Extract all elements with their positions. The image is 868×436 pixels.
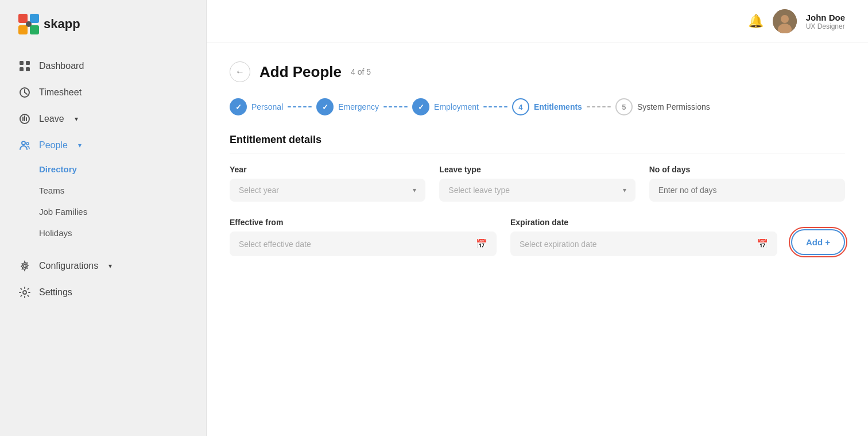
leave-icon <box>18 113 31 125</box>
svg-rect-1 <box>30 14 39 23</box>
add-button[interactable]: Add + <box>791 229 845 255</box>
sub-nav-holidays[interactable]: Holidays <box>0 222 206 244</box>
config-chevron-icon: ▾ <box>108 262 112 270</box>
leave-type-chevron-icon: ▾ <box>623 186 626 194</box>
form-group-year: Year Select year ▾ <box>230 165 425 202</box>
main-content: 🔔 John Doe UX Designer ← Add People 4 of… <box>207 0 868 436</box>
svg-rect-0 <box>18 14 28 23</box>
page-title: Add People <box>259 63 342 81</box>
expiration-date-label: Expiration date <box>510 218 777 227</box>
year-chevron-icon: ▾ <box>413 186 416 194</box>
step-emergency: ✓ Emergency <box>316 98 379 115</box>
nav-people-label: People <box>39 140 68 151</box>
expiration-date-calendar-icon: 📅 <box>757 238 768 249</box>
add-button-container: Add + <box>791 229 845 256</box>
nav-item-configurations[interactable]: Configurations ▾ <box>0 253 206 279</box>
svg-rect-7 <box>20 67 24 71</box>
svg-rect-8 <box>26 67 30 71</box>
section-title: Entitlement details <box>230 134 845 153</box>
people-sub-nav: Directory Teams Job Families Holidays <box>0 159 206 244</box>
leave-type-label: Leave type <box>439 165 635 174</box>
step-label-emergency: Emergency <box>338 102 379 111</box>
step-label-personal: Personal <box>251 102 283 111</box>
svg-point-18 <box>24 265 26 268</box>
logo-icon <box>18 14 39 34</box>
svg-line-11 <box>25 92 27 94</box>
form-row-2: Effective from Select effective date 📅 E… <box>230 218 845 256</box>
nav-item-timesheet[interactable]: Timesheet <box>0 79 206 106</box>
year-label: Year <box>230 165 425 174</box>
no-of-days-input[interactable] <box>649 179 845 202</box>
notification-bell-icon[interactable]: 🔔 <box>748 14 764 29</box>
step-label-employment: Employment <box>434 102 479 111</box>
form-group-no-of-days: No of days <box>649 165 845 202</box>
page-content: ← Add People 4 of 5 ✓ Personal ✓ Emergen… <box>207 43 868 436</box>
logo-area: skapp <box>0 14 206 53</box>
step-circle-entitlements: 4 <box>512 98 529 115</box>
nav-timesheet-label: Timesheet <box>39 87 82 98</box>
timesheet-icon <box>18 86 31 99</box>
user-role: UX Designer <box>806 22 845 30</box>
step-dashes-1 <box>288 106 312 107</box>
dashboard-icon <box>18 60 31 72</box>
back-button[interactable]: ← <box>230 61 250 82</box>
settings-icon <box>18 286 31 299</box>
expiration-date-picker[interactable]: Select expiration date 📅 <box>510 231 777 256</box>
avatar <box>773 9 797 33</box>
svg-point-16 <box>22 141 25 145</box>
nav-leave-label: Leave <box>39 114 64 124</box>
step-badge: 4 of 5 <box>351 67 371 76</box>
sub-nav-directory[interactable]: Directory <box>0 159 206 180</box>
user-name: John Doe <box>806 13 845 22</box>
leave-chevron-icon: ▾ <box>75 115 78 123</box>
step-circle-system-permissions: 5 <box>615 98 633 115</box>
stepper: ✓ Personal ✓ Emergency ✓ Employment <box>230 98 845 115</box>
user-info: John Doe UX Designer <box>806 13 845 30</box>
svg-point-21 <box>781 15 789 23</box>
leave-type-placeholder: Select leave type <box>448 186 510 195</box>
year-select[interactable]: Select year ▾ <box>230 179 425 202</box>
header: 🔔 John Doe UX Designer <box>207 0 868 43</box>
svg-point-19 <box>23 291 26 294</box>
svg-point-17 <box>26 142 29 145</box>
nav-item-settings[interactable]: Settings <box>0 279 206 306</box>
nav-item-people[interactable]: People ▾ <box>0 132 206 159</box>
svg-rect-6 <box>26 61 30 65</box>
sub-nav-job-families[interactable]: Job Families <box>0 201 206 222</box>
logo: skapp <box>18 14 188 34</box>
nav-item-leave[interactable]: Leave ▾ <box>0 106 206 132</box>
effective-from-calendar-icon: 📅 <box>476 238 487 249</box>
step-circle-personal: ✓ <box>230 98 247 115</box>
no-of-days-label: No of days <box>649 165 845 174</box>
people-chevron-icon: ▾ <box>78 141 82 149</box>
sub-nav-teams[interactable]: Teams <box>0 180 206 201</box>
step-system-permissions: 5 System Permissions <box>615 98 710 115</box>
sidebar: skapp Dashboard Tim <box>0 0 207 436</box>
form-group-leave-type: Leave type Select leave type ▾ <box>439 165 635 202</box>
main-nav: Dashboard Timesheet Leave <box>0 53 206 306</box>
svg-rect-5 <box>20 61 24 65</box>
nav-item-dashboard[interactable]: Dashboard <box>0 53 206 79</box>
people-icon <box>18 139 31 152</box>
form-group-expiration-date: Expiration date Select expiration date 📅 <box>510 218 777 256</box>
effective-from-picker[interactable]: Select effective date 📅 <box>230 231 497 256</box>
step-employment: ✓ Employment <box>412 98 479 115</box>
step-circle-employment: ✓ <box>412 98 429 115</box>
step-label-entitlements: Entitlements <box>534 102 582 111</box>
app-name: skapp <box>44 17 80 32</box>
svg-rect-2 <box>18 25 28 34</box>
nav-dashboard-label: Dashboard <box>39 61 84 71</box>
page-header: ← Add People 4 of 5 <box>230 61 845 82</box>
effective-from-placeholder: Select effective date <box>239 240 311 249</box>
year-placeholder: Select year <box>239 186 279 195</box>
expiration-date-placeholder: Select expiration date <box>520 240 597 249</box>
form-group-effective-from: Effective from Select effective date 📅 <box>230 218 497 256</box>
step-entitlements: 4 Entitlements <box>512 98 582 115</box>
step-dashes-3 <box>483 106 507 107</box>
nav-settings-label: Settings <box>39 287 72 298</box>
step-dashes-2 <box>383 106 408 107</box>
step-circle-emergency: ✓ <box>316 98 334 115</box>
leave-type-select[interactable]: Select leave type ▾ <box>439 179 635 202</box>
step-label-system-permissions: System Permissions <box>637 102 710 111</box>
effective-from-label: Effective from <box>230 218 497 227</box>
